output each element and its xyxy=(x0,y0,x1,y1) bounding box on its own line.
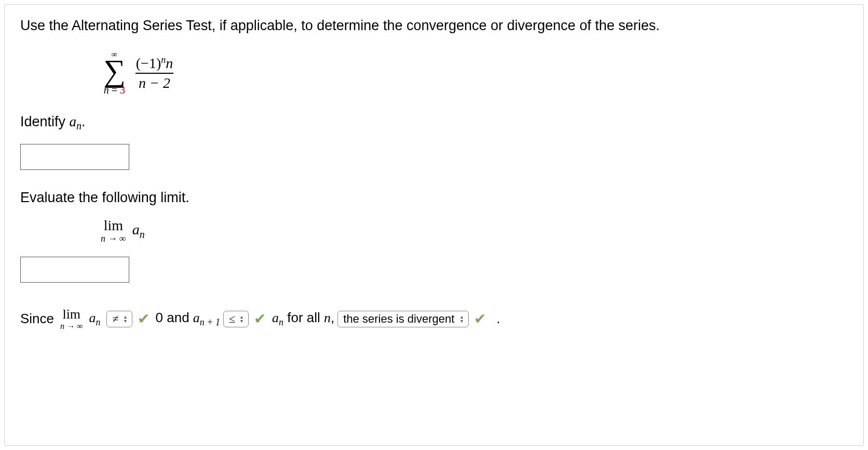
lim-text: lim xyxy=(104,218,123,233)
conc-a3-sub: n xyxy=(279,317,283,327)
sigma-symbol: ∑ xyxy=(103,60,126,82)
lim-sub: n → ∞ xyxy=(101,234,126,243)
relation1-value: ≠ xyxy=(112,312,118,326)
sum-lower-bound: n = 3 xyxy=(104,85,125,95)
conc-a1: a xyxy=(89,310,96,325)
conc-lim-sub: n → ∞ xyxy=(60,322,83,330)
question-card: Use the Alternating Series Test, if appl… xyxy=(4,4,864,446)
n-italic: n xyxy=(324,310,331,325)
check-icon-1: ✔ xyxy=(138,310,150,327)
sigma-notation: ∞ ∑ n = 3 xyxy=(103,50,126,95)
num-exponent: n xyxy=(161,55,166,65)
identify-a: a xyxy=(70,114,77,129)
lim-an: an xyxy=(132,221,145,241)
relation-select-2[interactable]: ≤ ▴ ▾ xyxy=(223,311,249,327)
down-caret-icon: ▾ xyxy=(240,319,243,323)
relation-select-1[interactable]: ≠ ▴ ▾ xyxy=(106,311,132,327)
num-base: (−1) xyxy=(136,55,161,71)
conc-lim-text: lim xyxy=(62,308,80,321)
stepper-icon: ▴ ▾ xyxy=(124,315,127,323)
lim-a: a xyxy=(132,221,140,237)
down-caret-icon: ▾ xyxy=(460,319,463,323)
sum-var: n xyxy=(104,84,109,96)
conc-a2-sub: n + 1 xyxy=(200,317,220,327)
identify-pre: Identify xyxy=(20,114,70,129)
identify-sub: n xyxy=(76,121,82,132)
an-answer-input[interactable] xyxy=(20,144,129,170)
conc-an1: an xyxy=(89,310,100,328)
limit-answer-input[interactable] xyxy=(20,257,129,283)
stepper-icon-2: ▴ ▾ xyxy=(240,315,243,323)
question-prompt: Use the Alternating Series Test, if appl… xyxy=(20,16,848,35)
series-expression: ∞ ∑ n = 3 (−1)nn n − 2 xyxy=(103,50,848,95)
comma: , xyxy=(331,310,334,325)
conc-a3: a xyxy=(272,310,279,325)
identify-post: . xyxy=(82,114,86,129)
check-icon-2: ✔ xyxy=(254,310,266,327)
sum-start: 3 xyxy=(120,84,125,96)
conc-a1-sub: n xyxy=(96,317,100,327)
series-term-fraction: (−1)nn n − 2 xyxy=(133,55,176,91)
relation2-value: ≤ xyxy=(229,312,235,326)
evaluate-label: Evaluate the following limit. xyxy=(20,190,848,206)
zero-and: 0 and xyxy=(156,310,193,325)
conclusion-select[interactable]: the series is divergent ▴ ▾ xyxy=(337,311,469,327)
for-all: for all xyxy=(283,310,324,325)
num-tail: n xyxy=(166,55,173,71)
limit-expression: lim n → ∞ an xyxy=(101,218,848,243)
down-caret-icon: ▾ xyxy=(124,319,127,323)
fraction-numerator: (−1)nn xyxy=(133,55,176,73)
sum-eq: = xyxy=(109,84,120,96)
lim-an-sub: n xyxy=(140,228,145,240)
limit-operator: lim n → ∞ xyxy=(101,218,126,243)
conclusion-lim: lim n → ∞ xyxy=(60,308,83,330)
check-icon-3: ✔ xyxy=(474,310,486,327)
identify-an-label: Identify an. xyxy=(20,114,848,132)
conc-a2: a xyxy=(193,310,200,325)
fraction-denominator: n − 2 xyxy=(135,73,173,91)
since-text: Since xyxy=(20,311,54,327)
zero-and-text: 0 and an + 1 xyxy=(156,310,220,328)
conclusion-period: . xyxy=(496,311,500,327)
stepper-icon-3: ▴ ▾ xyxy=(460,315,463,323)
an-forall-text: an for all n, xyxy=(272,310,334,328)
conclusion-line: Since lim n → ∞ an ≠ ▴ ▾ ✔ 0 and an + 1 xyxy=(20,308,848,330)
conclusion-value: the series is divergent xyxy=(343,312,454,326)
